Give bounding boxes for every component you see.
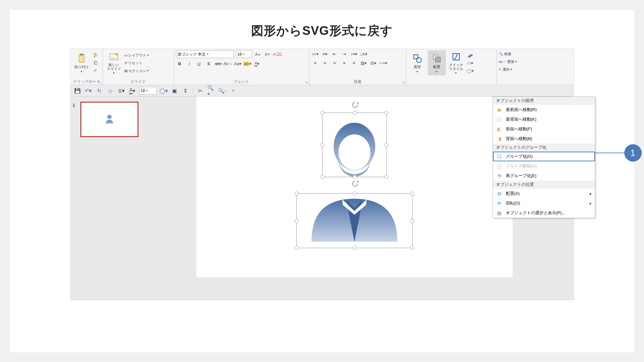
new-slide-button[interactable]: 新しい スライド ▾ [105, 50, 123, 75]
resize-handle[interactable] [321, 143, 324, 147]
align-text-button[interactable]: ⊟▾ [370, 59, 377, 66]
reset-button[interactable]: ↺リセット [124, 59, 149, 66]
shape-effects-button[interactable]: ◯▾ [466, 67, 474, 74]
reset-icon: ↺ [124, 61, 127, 65]
qat-zoomin-button[interactable]: 🔍+ [207, 86, 216, 95]
paste-button[interactable]: 貼り付け ▾ [73, 50, 91, 75]
rotation-handle[interactable] [351, 180, 358, 186]
menu-regroup[interactable]: ⟲ 再グループ化(E) [493, 171, 595, 181]
menu-bring-forward[interactable]: ◧ 前面へ移動(F) [493, 124, 595, 134]
resize-handle[interactable] [410, 246, 414, 250]
qat-overflow-button[interactable]: ▾ [229, 86, 238, 95]
menu-group[interactable]: ⿴ グループ化(G) [493, 152, 595, 161]
justify-button[interactable]: ≡ [341, 59, 348, 66]
align-left-button[interactable]: ≡ [312, 59, 319, 66]
clear-format-button[interactable]: A⌫ [273, 51, 281, 58]
text-direction-button[interactable]: ↕A▾ [360, 50, 368, 57]
resize-handle[interactable] [384, 143, 388, 147]
resize-handle[interactable] [353, 192, 357, 196]
qat-shape-button[interactable]: ◇ [106, 86, 115, 95]
resize-handle[interactable] [295, 192, 299, 196]
cut-button[interactable] [92, 52, 100, 59]
find-button[interactable]: 🔍検索 [499, 50, 530, 57]
align-right-button[interactable]: ≡ [331, 59, 339, 66]
resize-handle[interactable] [353, 246, 357, 250]
resize-handle[interactable] [410, 192, 414, 196]
slide-thumbnail[interactable] [80, 102, 138, 137]
arrange-button[interactable]: 配置▾ [428, 50, 446, 75]
shadow-button[interactable]: S [205, 60, 213, 67]
smartart-button[interactable]: ⟶▾ [379, 59, 387, 66]
resize-handle[interactable] [384, 175, 388, 179]
italic-button[interactable]: I [186, 60, 193, 67]
qat-fontcolor-button[interactable]: A▾ [128, 86, 137, 95]
shape-fill-button[interactable]: ◢▾ [466, 52, 474, 59]
outdent-button[interactable]: ⇤ [331, 50, 339, 57]
strike-button[interactable]: abc [215, 60, 222, 67]
selection-box-body[interactable] [296, 193, 413, 248]
menu-align[interactable]: ⊟ 配置(A) ▸ [493, 189, 595, 198]
qat-crop-button[interactable]: ✂ [196, 86, 205, 95]
thumbnail-pane[interactable]: 1 [71, 96, 135, 300]
font-size-select[interactable]: 18▾ [236, 50, 252, 58]
font-name-select[interactable]: 游ゴシック 本文▾ [176, 50, 234, 58]
shrink-font-button[interactable]: A▼ [264, 51, 271, 58]
menu-selection-pane[interactable]: ▤ オブジェクトの選択と表示(P)... [493, 208, 595, 218]
menu-bring-to-front[interactable]: ▣ 最前面へ移動(R) [493, 105, 595, 115]
quick-styles-button[interactable]: クイック スタイル▾ [447, 50, 465, 75]
send-backward-icon: ◨ [496, 136, 503, 142]
resize-handle[interactable] [295, 219, 299, 223]
char-spacing-button[interactable]: AV↔ [224, 60, 232, 67]
resize-handle[interactable] [295, 246, 299, 250]
underline-button[interactable]: U [195, 60, 203, 67]
change-case-button[interactable]: Aa▾ [234, 60, 242, 67]
select-button[interactable]: ↖選択▾ [499, 66, 530, 73]
shape-outline-button[interactable]: ▭▾ [466, 59, 474, 66]
font-color-button[interactable]: A▾ [253, 60, 261, 67]
resize-handle[interactable] [384, 111, 388, 115]
format-painter-button[interactable] [92, 67, 100, 74]
qat-insert-shape-button[interactable]: ◯▾ [159, 86, 168, 95]
indent-button[interactable]: ⇥ [341, 50, 348, 57]
expand-icon[interactable]: ⤡ [99, 81, 101, 84]
grow-font-button[interactable]: A▲ [254, 51, 262, 58]
copy-button[interactable] [92, 59, 100, 66]
qat-align-button[interactable]: ⇕ [181, 86, 190, 95]
layout-button[interactable]: ▭レイアウト▾ [124, 52, 149, 59]
shapes-button[interactable]: 図形▾ [408, 50, 426, 75]
group-icon: ⿴ [496, 153, 503, 160]
bold-button[interactable]: B [176, 60, 184, 67]
rotation-handle[interactable] [351, 101, 358, 107]
expand-icon[interactable]: ⤡ [402, 81, 405, 84]
resize-handle[interactable] [353, 175, 357, 179]
slide-canvas[interactable]: オブジェクトの順序 ▣ 最前面へ移動(R) ▢ 最背面へ移動(K) ◧ 前面へ移… [196, 96, 513, 277]
resize-handle[interactable] [321, 111, 324, 115]
workspace: 1 [71, 96, 574, 300]
highlight-button[interactable]: ab▾ [244, 60, 251, 67]
resize-handle[interactable] [410, 219, 414, 223]
numbering-button[interactable]: ≡▾ [321, 50, 329, 57]
qat-zoomout-button[interactable]: 🔍- [218, 86, 227, 95]
menu-rotate[interactable]: ⟳ 回転(O) ▸ [493, 198, 595, 208]
replace-button[interactable]: ab↔置換▾ [499, 58, 530, 65]
align-center-button[interactable]: ≡ [321, 59, 329, 66]
resize-handle[interactable] [321, 175, 324, 179]
resize-handle[interactable] [353, 111, 357, 115]
undo-button[interactable]: ↶▾ [84, 86, 93, 95]
line-spacing-button[interactable]: ↕≡▾ [350, 50, 358, 57]
redo-button[interactable]: ↻ [95, 86, 104, 95]
distributed-button[interactable]: ≡ [350, 59, 358, 66]
menu-send-to-back[interactable]: ▢ 最背面へ移動(K) [493, 115, 595, 124]
slide-number: 1 [73, 102, 75, 108]
columns-button[interactable]: ▥▾ [360, 59, 368, 66]
canvas-area[interactable]: オブジェクトの順序 ▣ 最前面へ移動(R) ▢ 最背面へ移動(K) ◧ 前面へ移… [135, 96, 574, 300]
qat-list-button[interactable]: ≣▾ [117, 86, 126, 95]
menu-send-backward[interactable]: ◨ 背面へ移動(B) [493, 134, 595, 144]
expand-icon[interactable]: ⤡ [305, 81, 308, 84]
selection-box-head[interactable] [322, 113, 387, 177]
section-button[interactable]: ▤セクション▾ [124, 67, 149, 74]
save-button[interactable]: 💾 [73, 86, 82, 95]
qat-arrange-button[interactable]: ▣ [170, 86, 179, 95]
qat-size-select[interactable]: 18▾ [139, 87, 157, 95]
bullets-button[interactable]: ≔▾ [312, 50, 319, 57]
